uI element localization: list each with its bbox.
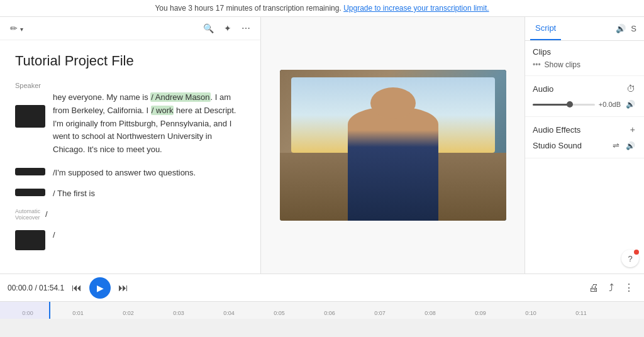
speaker-block-container: Speaker [15, 82, 45, 128]
tiny-avatar-label: AutomaticVoiceover [15, 208, 40, 222]
upgrade-link[interactable]: Upgrade to increase your transcription l… [343, 4, 489, 13]
inline-text-3: / The first is [53, 187, 95, 201]
main-container: ✏ ▾ 🔍 ✦ ⋯ Tutorial Project File Speaker [0, 17, 644, 273]
speaker-avatar [15, 105, 45, 128]
studio-sound-label: Studio Sound [533, 141, 582, 150]
studio-sound-speaker-button[interactable]: 🔊 [625, 140, 636, 152]
clips-header: Clips [533, 47, 636, 57]
transcript-block-5: / [15, 229, 245, 250]
search-button[interactable]: 🔍 [201, 22, 216, 35]
audio-clock-button[interactable]: ⏱ [625, 82, 636, 95]
notification-text: You have 3 hours 17 minutes of transcrip… [155, 4, 341, 13]
video-person [348, 108, 438, 221]
doc-content: Tutorial Project File Speaker hey everyo… [0, 40, 260, 273]
timeline-tick: 0:02 [103, 310, 153, 316]
small-avatar-3 [15, 189, 45, 196]
tiny-avatar-container: AutomaticVoiceover [15, 208, 40, 222]
time-total: 01:54.1 [39, 284, 64, 292]
audio-slider-thumb [567, 101, 573, 108]
clips-section: Clips ••• Show clips [525, 41, 644, 76]
skip-back-button[interactable]: ⏮ [69, 280, 84, 296]
skip-forward-icon: ⏭ [118, 282, 128, 294]
skip-back-icon: ⏮ [72, 282, 82, 294]
transcript-slash-1: hey everyone. My name is / Andrew Mason.… [53, 92, 236, 154]
audio-volume-slider[interactable] [533, 104, 595, 106]
timeline-controls: 00:00.0 / 01:54.1 ⏮ ▶ ⏭ 🖨 ⤴ ⋮ [0, 273, 644, 301]
audio-section: Audio ⏱ +0.0dB 🔊 [525, 76, 644, 117]
time-current: 00:00.0 [8, 284, 33, 292]
studio-sound-row: Studio Sound ⇌ 🔊 [533, 140, 636, 152]
timeline-tick: 0:08 [405, 310, 455, 316]
video-head [370, 87, 416, 119]
speaker-text: hey everyone. My name is / Andrew Mason.… [53, 82, 245, 157]
video-container [280, 70, 506, 221]
audio-db-label: +0.0dB [599, 101, 621, 108]
studio-sound-icons: ⇌ 🔊 [611, 140, 636, 152]
edit-dropdown-icon: ▾ [20, 26, 23, 33]
audio-slider-fill [533, 104, 570, 106]
tab-script[interactable]: Script [530, 17, 561, 40]
inline-text-2: /I'm supposed to answer two questions. [53, 167, 196, 180]
speaker-label-spacer [53, 82, 245, 89]
timeline-right-buttons: 🖨 ⤴ ⋮ [586, 279, 636, 296]
timeline-tick: 0:01 [53, 310, 103, 316]
clips-title: Clips [533, 47, 551, 57]
timeline-tick: 0:06 [304, 310, 355, 316]
timeline-tick: 0:07 [355, 310, 405, 316]
timeline-tick: 0:09 [455, 310, 506, 316]
audio-header: Audio ⏱ [533, 82, 636, 95]
timeline-tick: 0:11 [556, 310, 606, 316]
transcript-block-3: / The first is [15, 187, 245, 201]
tab-s[interactable]: S [628, 18, 639, 40]
share-icon: ⤴ [609, 282, 614, 294]
doc-toolbar: ✏ ▾ 🔍 ✦ ⋯ [0, 17, 260, 40]
inline-text-4: / [45, 208, 48, 221]
edit-button[interactable]: ✏ ▾ [8, 22, 26, 35]
document-panel: ✏ ▾ 🔍 ✦ ⋯ Tutorial Project File Speaker [0, 17, 261, 273]
play-button[interactable]: ▶ [89, 277, 111, 299]
timeline-tick: 0:04 [204, 310, 254, 316]
audio-title: Audio [533, 84, 553, 94]
video-panel [261, 17, 525, 273]
help-badge [634, 250, 639, 255]
audio-slider-row: +0.0dB 🔊 [533, 99, 636, 110]
time-display: 00:00.0 / 01:54.1 [8, 284, 64, 292]
show-clips-label: Show clips [545, 60, 580, 69]
audio-effects-title: Audio Effects [533, 125, 580, 135]
audio-icon: 🔊 [616, 24, 626, 33]
audio-effects-add-button[interactable]: + [629, 123, 636, 136]
small-avatar-2 [15, 168, 45, 175]
play-icon: ▶ [97, 283, 104, 293]
video-background [280, 70, 506, 221]
show-clips-row[interactable]: ••• Show clips [533, 60, 636, 69]
audio-effects-section: Audio Effects + Studio Sound ⇌ 🔊 [525, 117, 644, 158]
share-button[interactable]: ⤴ [606, 280, 616, 296]
magic-button[interactable]: ✦ [221, 22, 234, 35]
more-icon: ⋯ [242, 23, 250, 33]
audio-speaker-button[interactable]: 🔊 [625, 99, 636, 110]
small-avatar-5 [15, 230, 45, 250]
timeline-tick: 0:05 [254, 310, 304, 316]
skip-forward-button[interactable]: ⏭ [116, 280, 131, 296]
transcript-text-1: hey everyone. My name is / Andrew Mason.… [53, 91, 245, 157]
speaker-label: Speaker [15, 82, 41, 89]
timeline-ruler-inner: 0:000:010:020:030:040:050:060:070:080:09… [0, 310, 644, 316]
help-button[interactable]: ? [621, 250, 639, 267]
doc-title: Tutorial Project File [15, 53, 245, 69]
transcript-block-2: /I'm supposed to answer two questions. [15, 167, 245, 180]
props-panel: Script 🔊 S Clips ••• Show clips Audio ⏱ [525, 17, 644, 273]
timeline-tick: 0:10 [506, 310, 556, 316]
export-button[interactable]: 🖨 [586, 280, 601, 296]
question-icon: ? [628, 254, 632, 263]
inline-text-5: / [53, 229, 55, 242]
timeline-playhead [0, 302, 50, 319]
timeline-more-button[interactable]: ⋮ [621, 279, 636, 296]
studio-sound-settings-button[interactable]: ⇌ [611, 140, 621, 152]
props-tabs: Script 🔊 S [525, 17, 644, 41]
tab-icons: 🔊 S [616, 18, 639, 40]
transcript-block-1: Speaker hey everyone. My name is / Andre… [15, 82, 245, 157]
more-button[interactable]: ⋯ [239, 22, 253, 35]
audio-effects-header: Audio Effects + [533, 123, 636, 136]
timeline-ruler: 0:000:010:020:030:040:050:060:070:080:09… [0, 301, 644, 319]
notification-bar: You have 3 hours 17 minutes of transcrip… [0, 0, 644, 17]
